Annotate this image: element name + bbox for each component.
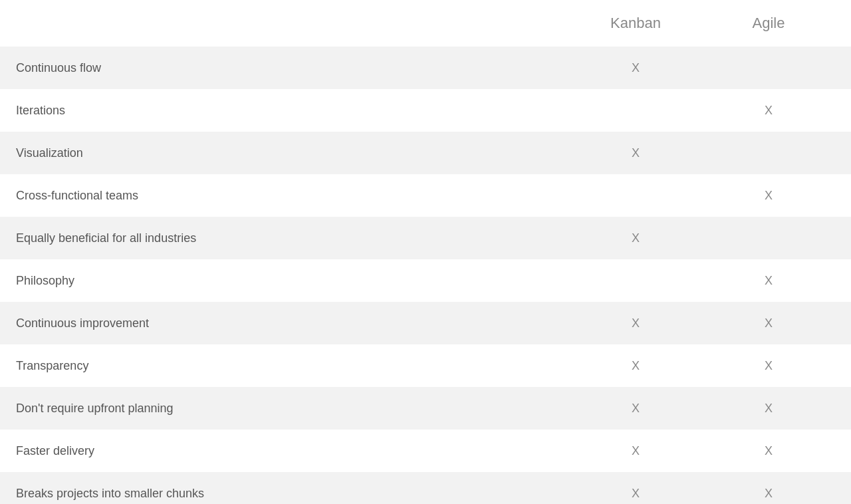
row-kanban-check: X [569, 444, 702, 458]
table-header: Kanban Agile [0, 0, 851, 47]
row-feature-label: Transparency [16, 359, 569, 373]
row-agile-check: X [702, 316, 835, 330]
row-kanban-check: X [569, 402, 702, 416]
table-row: Don't require upfront planningXX [0, 387, 851, 430]
row-feature-label: Breaks projects into smaller chunks [16, 487, 569, 501]
table-row: IterationsX [0, 89, 851, 132]
row-kanban-check: X [569, 487, 702, 501]
row-feature-label: Continuous flow [16, 61, 569, 75]
row-agile-check: X [702, 402, 835, 416]
row-kanban-check: X [569, 231, 702, 245]
row-agile-check: X [702, 359, 835, 373]
table-body: Continuous flowXIterationsXVisualization… [0, 47, 851, 504]
table-row: VisualizationX [0, 132, 851, 174]
row-feature-label: Visualization [16, 146, 569, 160]
table-row: Continuous improvementXX [0, 302, 851, 344]
row-feature-label: Faster delivery [16, 444, 569, 458]
table-row: Faster deliveryXX [0, 430, 851, 472]
row-agile-check: X [702, 189, 835, 203]
row-feature-label: Equally beneficial for all industries [16, 231, 569, 245]
table-row: Equally beneficial for all industriesX [0, 217, 851, 259]
table-row: TransparencyXX [0, 344, 851, 387]
row-kanban-check: X [569, 316, 702, 330]
row-kanban-check: X [569, 146, 702, 160]
row-agile-check: X [702, 444, 835, 458]
table-row: Cross-functional teamsX [0, 174, 851, 217]
row-kanban-check: X [569, 61, 702, 75]
row-feature-label: Cross-functional teams [16, 189, 569, 203]
table-row: Breaks projects into smaller chunksXX [0, 472, 851, 504]
table-row: PhilosophyX [0, 259, 851, 302]
row-agile-check: X [702, 487, 835, 501]
row-agile-check: X [702, 274, 835, 288]
row-feature-label: Continuous improvement [16, 316, 569, 330]
header-agile: Agile [702, 15, 835, 32]
row-feature-label: Iterations [16, 104, 569, 118]
comparison-table: Kanban Agile Continuous flowXIterationsX… [0, 0, 851, 504]
row-kanban-check: X [569, 359, 702, 373]
header-kanban: Kanban [569, 15, 702, 32]
row-feature-label: Don't require upfront planning [16, 402, 569, 416]
row-feature-label: Philosophy [16, 274, 569, 288]
table-row: Continuous flowX [0, 47, 851, 89]
row-agile-check: X [702, 104, 835, 118]
